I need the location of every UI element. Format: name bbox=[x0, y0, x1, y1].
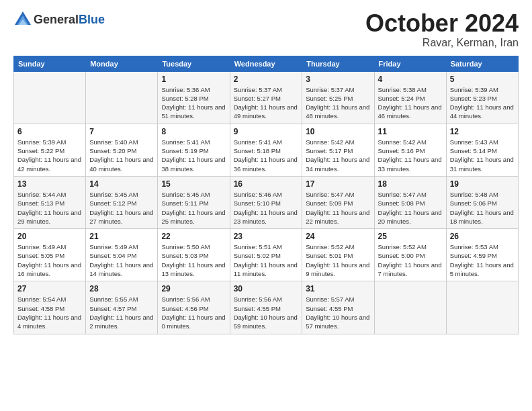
month-title: October 2024 bbox=[365, 10, 519, 37]
cell-w4-d4: 24Sunrise: 5:52 AMSunset: 5:01 PMDayligh… bbox=[302, 229, 374, 281]
day-num-17: 17 bbox=[306, 179, 370, 189]
day-num-22: 22 bbox=[161, 232, 226, 241]
cell-w2-d5: 11Sunrise: 5:42 AMSunset: 5:16 PMDayligh… bbox=[374, 124, 446, 176]
cell-w1-d0 bbox=[14, 71, 86, 124]
cell-w5-d5 bbox=[374, 281, 446, 334]
day-num-20: 20 bbox=[17, 232, 82, 241]
col-wednesday: Wednesday bbox=[230, 56, 302, 71]
cell-w3-d4: 17Sunrise: 5:47 AMSunset: 5:09 PMDayligh… bbox=[302, 176, 374, 228]
cell-w4-d5: 25Sunrise: 5:52 AMSunset: 5:00 PMDayligh… bbox=[374, 229, 446, 281]
cell-w3-d6: 19Sunrise: 5:48 AMSunset: 5:06 PMDayligh… bbox=[446, 176, 518, 228]
calendar-header: Sunday Monday Tuesday Wednesday Thursday… bbox=[14, 56, 519, 71]
logo: GeneralBlue bbox=[13, 10, 105, 29]
day-detail-27: Sunrise: 5:54 AMSunset: 4:58 PMDaylight:… bbox=[17, 295, 82, 330]
day-detail-31: Sunrise: 5:57 AMSunset: 4:55 PMDaylight:… bbox=[306, 295, 370, 330]
day-detail-30: Sunrise: 5:56 AMSunset: 4:55 PMDaylight:… bbox=[234, 295, 299, 330]
day-num-2: 2 bbox=[234, 75, 299, 84]
day-detail-3: Sunrise: 5:37 AMSunset: 5:25 PMDaylight:… bbox=[306, 85, 370, 121]
day-detail-9: Sunrise: 5:41 AMSunset: 5:18 PMDaylight:… bbox=[234, 138, 299, 173]
day-num-15: 15 bbox=[161, 179, 226, 189]
cell-w5-d1: 28Sunrise: 5:55 AMSunset: 4:57 PMDayligh… bbox=[86, 281, 158, 334]
day-num-9: 9 bbox=[234, 127, 299, 136]
day-num-6: 6 bbox=[17, 127, 82, 136]
header: GeneralBlue October 2024 Ravar, Kerman, … bbox=[13, 10, 519, 49]
location: Ravar, Kerman, Iran bbox=[365, 37, 519, 49]
col-monday: Monday bbox=[86, 56, 158, 71]
cell-w1-d4: 3Sunrise: 5:37 AMSunset: 5:25 PMDaylight… bbox=[302, 71, 374, 124]
cell-w5-d3: 30Sunrise: 5:56 AMSunset: 4:55 PMDayligh… bbox=[230, 281, 302, 334]
day-detail-16: Sunrise: 5:46 AMSunset: 5:10 PMDaylight:… bbox=[234, 190, 299, 226]
cell-w2-d0: 6Sunrise: 5:39 AMSunset: 5:22 PMDaylight… bbox=[14, 124, 86, 176]
day-num-14: 14 bbox=[89, 179, 154, 189]
week-row-2: 6Sunrise: 5:39 AMSunset: 5:22 PMDaylight… bbox=[14, 124, 519, 176]
cell-w2-d2: 8Sunrise: 5:41 AMSunset: 5:19 PMDaylight… bbox=[158, 124, 230, 176]
cell-w2-d1: 7Sunrise: 5:40 AMSunset: 5:20 PMDaylight… bbox=[86, 124, 158, 176]
day-detail-26: Sunrise: 5:53 AMSunset: 4:59 PMDaylight:… bbox=[450, 242, 515, 278]
day-detail-10: Sunrise: 5:42 AMSunset: 5:17 PMDaylight:… bbox=[306, 138, 370, 173]
day-num-4: 4 bbox=[378, 75, 443, 84]
day-detail-4: Sunrise: 5:38 AMSunset: 5:24 PMDaylight:… bbox=[378, 85, 443, 121]
day-detail-11: Sunrise: 5:42 AMSunset: 5:16 PMDaylight:… bbox=[378, 138, 443, 173]
day-detail-15: Sunrise: 5:45 AMSunset: 5:11 PMDaylight:… bbox=[161, 190, 226, 226]
col-friday: Friday bbox=[374, 56, 446, 71]
calendar-table: Sunday Monday Tuesday Wednesday Thursday… bbox=[13, 56, 519, 334]
cell-w5-d4: 31Sunrise: 5:57 AMSunset: 4:55 PMDayligh… bbox=[302, 281, 374, 334]
day-num-11: 11 bbox=[378, 127, 443, 136]
day-num-10: 10 bbox=[306, 127, 370, 136]
day-detail-29: Sunrise: 5:56 AMSunset: 4:56 PMDaylight:… bbox=[161, 295, 226, 330]
day-num-3: 3 bbox=[306, 75, 370, 84]
cell-w4-d0: 20Sunrise: 5:49 AMSunset: 5:05 PMDayligh… bbox=[14, 229, 86, 281]
header-row: Sunday Monday Tuesday Wednesday Thursday… bbox=[14, 56, 519, 71]
day-num-26: 26 bbox=[450, 232, 515, 241]
day-num-29: 29 bbox=[161, 284, 226, 293]
cell-w4-d3: 23Sunrise: 5:51 AMSunset: 5:02 PMDayligh… bbox=[230, 229, 302, 281]
cell-w3-d5: 18Sunrise: 5:47 AMSunset: 5:08 PMDayligh… bbox=[374, 176, 446, 228]
logo-text: GeneralBlue bbox=[34, 13, 105, 27]
day-num-24: 24 bbox=[306, 232, 370, 241]
day-detail-23: Sunrise: 5:51 AMSunset: 5:02 PMDaylight:… bbox=[234, 242, 299, 278]
day-detail-25: Sunrise: 5:52 AMSunset: 5:00 PMDaylight:… bbox=[378, 242, 443, 278]
cell-w4-d6: 26Sunrise: 5:53 AMSunset: 4:59 PMDayligh… bbox=[446, 229, 518, 281]
day-num-23: 23 bbox=[234, 232, 299, 241]
col-sunday: Sunday bbox=[14, 56, 86, 71]
week-row-1: 1Sunrise: 5:36 AMSunset: 5:28 PMDaylight… bbox=[14, 71, 519, 124]
day-detail-6: Sunrise: 5:39 AMSunset: 5:22 PMDaylight:… bbox=[17, 138, 82, 173]
day-num-18: 18 bbox=[378, 179, 443, 189]
day-detail-12: Sunrise: 5:43 AMSunset: 5:14 PMDaylight:… bbox=[450, 138, 515, 173]
logo-general: General bbox=[34, 13, 79, 26]
day-detail-22: Sunrise: 5:50 AMSunset: 5:03 PMDaylight:… bbox=[161, 242, 226, 278]
day-detail-2: Sunrise: 5:37 AMSunset: 5:27 PMDaylight:… bbox=[234, 85, 299, 121]
cell-w3-d1: 14Sunrise: 5:45 AMSunset: 5:12 PMDayligh… bbox=[86, 176, 158, 228]
week-row-5: 27Sunrise: 5:54 AMSunset: 4:58 PMDayligh… bbox=[14, 281, 519, 334]
day-num-19: 19 bbox=[450, 179, 515, 189]
day-detail-20: Sunrise: 5:49 AMSunset: 5:05 PMDaylight:… bbox=[17, 242, 82, 278]
day-detail-7: Sunrise: 5:40 AMSunset: 5:20 PMDaylight:… bbox=[89, 138, 154, 173]
day-num-1: 1 bbox=[161, 75, 226, 84]
day-detail-21: Sunrise: 5:49 AMSunset: 5:04 PMDaylight:… bbox=[89, 242, 154, 278]
day-num-30: 30 bbox=[234, 284, 299, 293]
day-detail-18: Sunrise: 5:47 AMSunset: 5:08 PMDaylight:… bbox=[378, 190, 443, 226]
day-num-13: 13 bbox=[17, 179, 82, 189]
cell-w2-d3: 9Sunrise: 5:41 AMSunset: 5:18 PMDaylight… bbox=[230, 124, 302, 176]
col-saturday: Saturday bbox=[446, 56, 518, 71]
cell-w1-d5: 4Sunrise: 5:38 AMSunset: 5:24 PMDaylight… bbox=[374, 71, 446, 124]
day-num-31: 31 bbox=[306, 284, 370, 293]
day-detail-17: Sunrise: 5:47 AMSunset: 5:09 PMDaylight:… bbox=[306, 190, 370, 226]
cell-w3-d0: 13Sunrise: 5:44 AMSunset: 5:13 PMDayligh… bbox=[14, 176, 86, 228]
day-detail-19: Sunrise: 5:48 AMSunset: 5:06 PMDaylight:… bbox=[450, 190, 515, 226]
logo-blue: Blue bbox=[79, 13, 105, 26]
cell-w2-d6: 12Sunrise: 5:43 AMSunset: 5:14 PMDayligh… bbox=[446, 124, 518, 176]
day-num-27: 27 bbox=[17, 284, 82, 293]
day-num-5: 5 bbox=[450, 75, 515, 84]
day-detail-5: Sunrise: 5:39 AMSunset: 5:23 PMDaylight:… bbox=[450, 85, 515, 121]
day-num-7: 7 bbox=[89, 127, 154, 136]
cell-w3-d3: 16Sunrise: 5:46 AMSunset: 5:10 PMDayligh… bbox=[230, 176, 302, 228]
cell-w2-d4: 10Sunrise: 5:42 AMSunset: 5:17 PMDayligh… bbox=[302, 124, 374, 176]
col-tuesday: Tuesday bbox=[158, 56, 230, 71]
week-row-4: 20Sunrise: 5:49 AMSunset: 5:05 PMDayligh… bbox=[14, 229, 519, 281]
day-num-28: 28 bbox=[89, 284, 154, 293]
day-detail-24: Sunrise: 5:52 AMSunset: 5:01 PMDaylight:… bbox=[306, 242, 370, 278]
cell-w5-d6 bbox=[446, 281, 518, 334]
cell-w5-d2: 29Sunrise: 5:56 AMSunset: 4:56 PMDayligh… bbox=[158, 281, 230, 334]
day-detail-1: Sunrise: 5:36 AMSunset: 5:28 PMDaylight:… bbox=[161, 85, 226, 121]
